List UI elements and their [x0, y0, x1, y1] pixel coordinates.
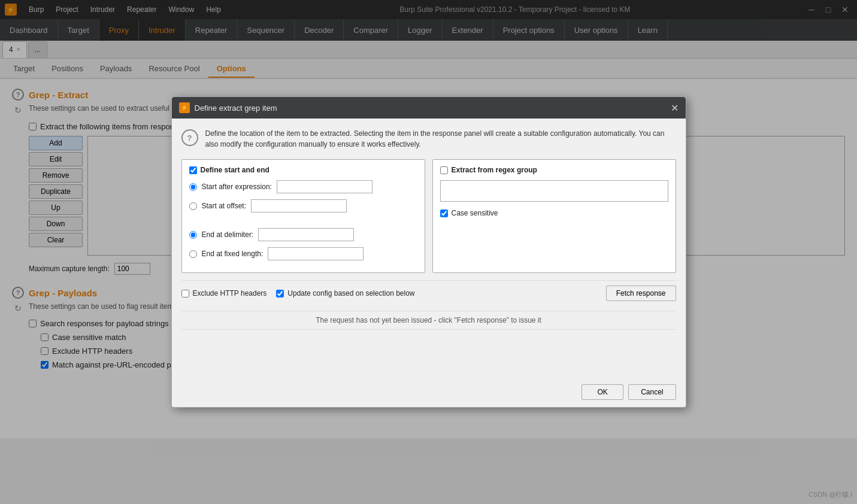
case-sensitive-right-row: Case sensitive — [440, 209, 668, 217]
end-at-delimiter-input[interactable] — [258, 228, 354, 241]
start-after-input[interactable] — [277, 180, 373, 193]
start-at-offset-label: Start at offset: — [202, 202, 246, 210]
define-start-end-checkbox[interactable] — [189, 166, 197, 174]
update-config-checkbox[interactable] — [276, 290, 284, 297]
right-panel: Extract from regex group Case sensitive — [432, 159, 676, 273]
start-after-radio[interactable] — [189, 183, 197, 191]
end-at-delimiter-label: End at delimiter: — [202, 230, 254, 239]
extract-regex-label: Extract from regex group — [452, 166, 537, 174]
dialog-title-text: Define extract grep item — [195, 104, 277, 113]
dialog: ⚡ Define extract grep item ✕ ? Define th… — [171, 96, 686, 408]
dialog-panels: Define start and end Start after express… — [181, 159, 676, 273]
start-after-row: Start after expression: — [189, 180, 417, 193]
start-at-offset-row: Start at offset: — [189, 199, 417, 212]
exclude-http-label-row[interactable]: Exclude HTTP headers — [181, 289, 267, 297]
end-at-fixed-row: End at fixed length: — [189, 247, 417, 260]
end-at-fixed-input[interactable] — [268, 247, 364, 260]
fetch-response-button[interactable]: Fetch response — [606, 286, 676, 301]
dialog-info-row: ? Define the location of the item to be … — [181, 128, 676, 150]
dialog-options-row: Exclude HTTP headers Update config based… — [181, 280, 676, 306]
exclude-http-text: Exclude HTTP headers — [193, 289, 267, 297]
dialog-status: The request has not yet been issued - cl… — [181, 311, 676, 330]
update-config-text: Update config based on selection below — [287, 289, 414, 297]
start-at-offset-radio[interactable] — [189, 202, 197, 210]
dialog-info-icon: ? — [181, 129, 198, 146]
end-at-fixed-radio[interactable] — [189, 250, 197, 258]
dialog-close-button[interactable]: ✕ — [671, 102, 679, 114]
end-at-delimiter-row: End at delimiter: — [189, 228, 417, 241]
ok-button[interactable]: OK — [582, 384, 623, 400]
regex-field[interactable] — [440, 180, 668, 202]
update-config-label-row[interactable]: Update config based on selection below — [276, 289, 414, 297]
dialog-title: ⚡ Define extract grep item — [179, 102, 277, 113]
right-panel-legend: Extract from regex group — [440, 166, 668, 174]
left-panel: Define start and end Start after express… — [181, 159, 425, 273]
start-at-offset-input[interactable] — [251, 199, 347, 212]
case-sensitive-right-checkbox[interactable] — [440, 210, 448, 217]
dialog-footer: OK Cancel — [172, 379, 686, 407]
dialog-info-text: Define the location of the item to be ex… — [205, 128, 676, 150]
end-at-fixed-label: End at fixed length: — [202, 250, 264, 258]
dialog-title-bar: ⚡ Define extract grep item ✕ — [172, 97, 686, 119]
left-panel-legend: Define start and end — [189, 166, 417, 174]
dialog-body: ? Define the location of the item to be … — [172, 119, 686, 379]
end-at-delimiter-radio[interactable] — [189, 231, 197, 239]
extract-regex-checkbox[interactable] — [440, 166, 448, 174]
modal-overlay: ⚡ Define extract grep item ✕ ? Define th… — [0, 0, 857, 438]
case-sensitive-right-label: Case sensitive — [452, 209, 498, 217]
define-start-end-label: Define start and end — [201, 166, 269, 174]
dialog-logo: ⚡ — [179, 102, 190, 113]
exclude-http-checkbox[interactable] — [181, 290, 189, 297]
start-after-label: Start after expression: — [202, 183, 272, 191]
cancel-button[interactable]: Cancel — [628, 384, 676, 400]
